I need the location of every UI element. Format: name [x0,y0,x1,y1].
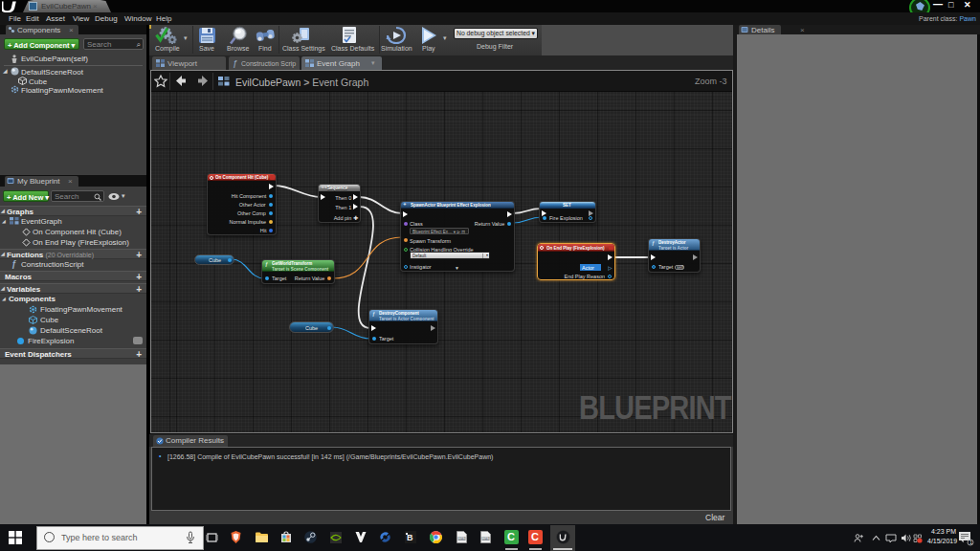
svg-text:EPS: EPS [458,537,466,540]
svg-text:B: B [407,533,413,542]
svg-text:EPS: EPS [482,537,490,540]
svg-text:1: 1 [969,540,972,545]
